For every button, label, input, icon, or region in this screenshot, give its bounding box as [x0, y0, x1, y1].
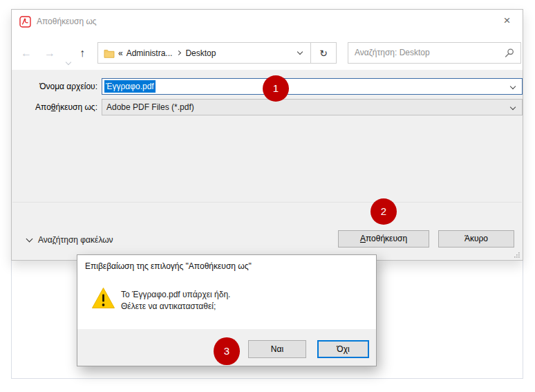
search-input[interactable]: Αναζήτηση: Desktop: [348, 42, 521, 64]
filename-dropdown-chevron-icon[interactable]: [510, 84, 516, 89]
confirm-message: Το Έγγραφο.pdf υπάρχει ήδη. Θέλετε να αν…: [121, 289, 230, 312]
search-icon: [505, 48, 514, 58]
browse-folders-label: Αναζήτηση φακέλων: [38, 235, 113, 245]
filetype-label: Αποθήκευση ως:: [26, 99, 97, 115]
up-one-level-icon[interactable]: ↑: [79, 42, 85, 64]
address-dropdown-chevron-icon[interactable]: [297, 49, 303, 55]
step-badge-2: 2: [370, 198, 397, 225]
browse-folders-chevron-icon: [26, 236, 33, 243]
step-badge-3: 3: [214, 337, 240, 365]
address-breadcrumb[interactable]: « Administra... Desktop ↻: [97, 42, 337, 64]
breadcrumb-item-current[interactable]: Desktop: [185, 48, 216, 58]
step-badge-1: 1: [263, 75, 289, 102]
save-as-dialog: Αποθήκευση ως × ← → ↑ « Administra... De…: [11, 9, 523, 261]
filetype-select[interactable]: Adobe PDF Files (*.pdf): [102, 99, 523, 115]
breadcrumb-item-parent[interactable]: Administra...: [126, 48, 173, 58]
warning-icon: [91, 287, 115, 309]
back-arrow-icon[interactable]: ←: [21, 42, 32, 64]
resize-grip-icon[interactable]: [513, 251, 520, 259]
filetype-selected-value: Adobe PDF Files (*.pdf): [106, 102, 194, 112]
recent-locations-chevron-icon[interactable]: [66, 50, 71, 71]
cancel-button[interactable]: Άκυρο: [438, 230, 514, 248]
confirm-message-line2: Θέλετε να αντικατασταθεί;: [121, 301, 230, 312]
confirm-dialog-title: Επιβεβαίωση της επιλογής "Αποθήκευση ως": [85, 261, 252, 271]
refresh-button[interactable]: ↻: [310, 43, 336, 63]
dialog-title: Αποθήκευση ως: [37, 17, 97, 26]
no-button[interactable]: Όχι: [317, 340, 369, 358]
browse-folders-toggle[interactable]: Αναζήτηση φακέλων: [27, 232, 113, 248]
filetype-dropdown-chevron-icon[interactable]: [510, 104, 516, 110]
search-placeholder: Αναζήτηση: Desktop: [355, 48, 430, 57]
filename-input[interactable]: Έγγραφο.pdf: [102, 78, 523, 95]
yes-button[interactable]: Ναι: [248, 340, 306, 358]
acrobat-pdf-icon: [19, 16, 31, 28]
confirm-message-line1: Το Έγγραφο.pdf υπάρχει ήδη.: [121, 289, 230, 301]
footer-divider: [12, 202, 522, 203]
filename-selected-text: Έγγραφο.pdf: [104, 80, 156, 93]
save-button[interactable]: Αποθήκευση: [338, 230, 429, 248]
titlebar: Αποθήκευση ως ×: [12, 10, 523, 33]
breadcrumb-separator-icon: [176, 50, 181, 55]
screenshot-stage: Αποθήκευση ως × ← → ↑ « Administra... De…: [0, 0, 535, 392]
breadcrumb-overflow[interactable]: «: [118, 48, 123, 58]
folder-icon: [104, 48, 115, 58]
filename-label: Όνομα αρχείου:: [26, 78, 97, 95]
breadcrumb-path: « Administra... Desktop: [98, 48, 310, 58]
close-icon[interactable]: ×: [491, 10, 523, 32]
forward-arrow-icon[interactable]: →: [44, 42, 55, 64]
